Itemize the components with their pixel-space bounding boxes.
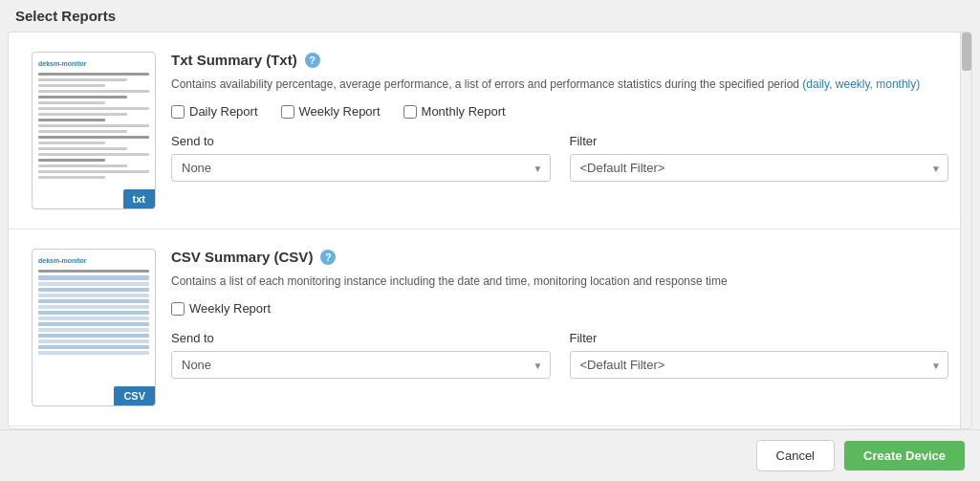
csv-fields-row: Send to None ▼ Filter [171, 331, 948, 379]
csv-send-to-group: Send to None ▼ [171, 331, 551, 379]
txt-thumb-logo: deksm-monitor [38, 60, 149, 67]
csv-thumb-label: CSV [114, 386, 155, 405]
csv-report-header: deksm-monitor [32, 249, 948, 406]
txt-desc-link: (daily, weekly, monthly) [802, 77, 920, 91]
csv-report-description: Contains a list of each monitoring insta… [171, 273, 948, 290]
csv-filter-label: Filter [570, 331, 949, 345]
content-area: deksm-monitor [8, 32, 972, 429]
txt-filter-wrapper: <Default Filter> ▼ [570, 154, 949, 182]
txt-report-title: Txt Summary (Txt) [171, 52, 297, 68]
csv-send-to-wrapper: None ▼ [171, 351, 551, 379]
txt-checkboxes-row: Daily Report Weekly Report Monthly Repor… [171, 104, 948, 119]
txt-report-header: deksm-monitor [32, 52, 948, 209]
csv-report-section: deksm-monitor [9, 230, 971, 426]
txt-send-to-wrapper: None ▼ [171, 154, 551, 182]
create-device-button[interactable]: Create Device [844, 441, 965, 470]
txt-daily-checkbox-label[interactable]: Daily Report [171, 104, 258, 119]
main-container: Select Reports deksm-monitor [0, 0, 980, 481]
txt-fields-row: Send to None ▼ Filter [171, 134, 948, 182]
txt-filter-label: Filter [570, 134, 949, 148]
txt-daily-checkbox[interactable] [171, 105, 185, 119]
csv-help-icon[interactable]: ? [320, 250, 336, 265]
csv-report-details: CSV Summary (CSV) ? Contains a list of e… [171, 249, 948, 379]
txt-report-description: Contains availability percentage, averag… [171, 76, 948, 93]
csv-send-to-select[interactable]: None [171, 351, 551, 379]
csv-checkboxes-row: Weekly Report [171, 301, 948, 316]
csv-send-to-label: Send to [171, 331, 551, 345]
footer-bar: Cancel Create Device [0, 429, 980, 481]
txt-help-icon[interactable]: ? [305, 53, 320, 68]
csv-weekly-checkbox-label[interactable]: Weekly Report [171, 301, 271, 316]
csv-report-title: CSV Summary (CSV) [171, 249, 313, 265]
txt-send-to-label: Send to [171, 134, 551, 148]
txt-weekly-checkbox[interactable] [281, 105, 294, 119]
txt-title-row: Txt Summary (Txt) ? [171, 52, 948, 68]
txt-monthly-label: Monthly Report [422, 104, 506, 119]
txt-send-to-select[interactable]: None [171, 154, 551, 182]
txt-thumbnail: deksm-monitor [32, 52, 156, 209]
csv-filter-wrapper: <Default Filter> ▼ [570, 351, 949, 379]
csv-thumb-logo: deksm-monitor [38, 257, 149, 264]
csv-thumbnail: deksm-monitor [32, 249, 156, 406]
txt-filter-group: Filter <Default Filter> ▼ [570, 134, 949, 182]
csv-filter-select[interactable]: <Default Filter> [570, 351, 949, 379]
txt-monthly-checkbox[interactable] [403, 105, 417, 119]
txt-report-details: Txt Summary (Txt) ? Contains availabilit… [171, 52, 948, 182]
cancel-button[interactable]: Cancel [756, 440, 835, 471]
txt-report-section: deksm-monitor [9, 33, 971, 230]
txt-send-to-group: Send to None ▼ [171, 134, 551, 182]
txt-weekly-checkbox-label[interactable]: Weekly Report [281, 104, 381, 119]
scrollbar-track [960, 33, 971, 428]
txt-daily-label: Daily Report [189, 104, 258, 119]
txt-filter-select[interactable]: <Default Filter> [570, 154, 949, 182]
txt-thumb-label: txt [123, 189, 155, 208]
csv-weekly-checkbox[interactable] [171, 302, 185, 316]
txt-monthly-checkbox-label[interactable]: Monthly Report [403, 104, 506, 119]
scrollbar-thumb[interactable] [962, 33, 971, 71]
txt-weekly-label: Weekly Report [299, 104, 381, 119]
csv-filter-group: Filter <Default Filter> ▼ [570, 331, 949, 379]
csv-weekly-label: Weekly Report [189, 301, 271, 316]
page-title: Select Reports [0, 0, 980, 32]
csv-title-row: CSV Summary (CSV) ? [171, 249, 948, 265]
